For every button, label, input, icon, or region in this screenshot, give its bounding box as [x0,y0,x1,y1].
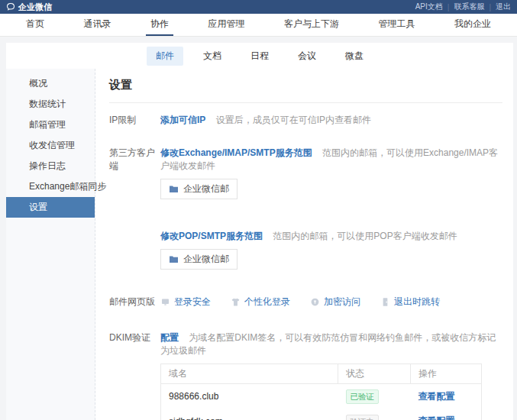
domain-cell: sjdhgfdk.com [161,409,338,420]
tab-meeting[interactable]: 会议 [289,47,325,66]
exchange-scope-row: 修改Exchange/IMAP/SMTP服务范围 范围内的邮箱，可以使用Exch… [160,147,502,173]
tab-docs[interactable]: 文档 [194,47,231,66]
sidebar-item-settings[interactable]: 设置 [6,197,95,218]
app-title: 企业微信 [18,2,52,13]
exchange-scope-tag[interactable]: 企业微信邮 [160,179,237,199]
separator: | [448,3,450,11]
chat-bubble-icon [6,2,15,11]
login-security-item[interactable]: 登录安全 [160,296,211,309]
nav-item-contacts[interactable]: 通讯录 [79,14,116,36]
topbar: 企业微信 API文档 | 联系客服 | 退出 [0,0,517,14]
collab-subtabs: 邮件 文档 日程 会议 微盘 [6,43,513,69]
folder-icon [169,255,179,263]
table-row: sjdhgfdk.com 验证中 查看配置 [161,409,482,420]
personalized-login-label: 个性化登录 [244,296,290,309]
section-dkim: DKIM验证 配置 为域名配置DKIM签名，可以有效防范仿冒和网络钓鱼邮件，或被… [109,331,502,420]
third-party-label: 第三方客户端 [109,147,160,270]
section-webmail: 邮件网页版 登录安全 个性化登录 加密访问 [109,296,502,309]
topbar-links: API文档 | 联系客服 | 退出 [415,2,511,12]
mail-sidebar: 概况 数据统计 邮箱管理 收发信管理 操作日志 Exchange邮箱同步 设置 [6,69,95,420]
encrypted-access-item[interactable]: 加密访问 [310,296,360,309]
personalized-login-item[interactable]: 个性化登录 [231,296,290,309]
modify-exchange-scope-link[interactable]: 修改Exchange/IMAP/SMTP服务范围 [160,147,312,158]
lock-icon [310,297,320,307]
nav-item-home[interactable]: 首页 [21,14,49,36]
shield-icon [160,297,170,307]
nav-item-customers[interactable]: 客户与上下游 [280,14,344,36]
pop-scope-hint: 范围内的邮箱，可以使用POP客户端收发邮件 [273,231,457,241]
encrypted-access-label: 加密访问 [324,296,360,309]
app-logo[interactable]: 企业微信 [6,2,52,13]
domain-cell: 988666.club [161,384,338,409]
login-security-label: 登录安全 [174,296,211,309]
shirt-icon [231,297,241,307]
sidebar-item-sendrecv-mgmt[interactable]: 收发信管理 [6,135,95,156]
nav-item-apps[interactable]: 应用管理 [204,14,250,36]
settings-panel: 设置 IP限制 添加可信IP 设置后，成员仅可在可信IP内查看邮件 第三方客户端… [95,69,513,420]
nav-item-my-company[interactable]: 我的企业 [450,14,496,36]
dkim-label: DKIM验证 [109,331,160,420]
page-title: 设置 [109,78,502,103]
content-card: 邮件 文档 日程 会议 微盘 概况 数据统计 邮箱管理 收发信管理 操作日志 E… [6,43,513,420]
dkim-table: 域名 状态 操作 988666.club 已验证 查看配置 [160,363,482,420]
nav-item-admin-tools[interactable]: 管理工具 [374,14,420,36]
table-row: 988666.club 已验证 查看配置 [161,384,482,409]
ip-limit-label: IP限制 [109,114,160,127]
folder-icon [169,185,179,193]
col-header-action: 操作 [411,364,482,384]
exit-door-icon [380,297,390,307]
contact-support-link[interactable]: 联系客服 [454,2,484,12]
status-badge-verified: 已验证 [346,389,380,404]
tab-mail[interactable]: 邮件 [147,47,183,66]
main-nav: 首页 通讯录 协作 应用管理 客户与上下游 管理工具 我的企业 [0,14,517,37]
section-third-party: 第三方客户端 修改Exchange/IMAP/SMTP服务范围 范围内的邮箱，可… [109,147,502,270]
dkim-hint: 为域名配置DKIM签名，可以有效防范仿冒和网络钓鱼邮件，或被收信方标记为垃圾邮件 [160,332,496,356]
logout-link[interactable]: 退出 [496,2,511,12]
tab-calendar[interactable]: 日程 [241,47,278,66]
api-docs-link[interactable]: API文档 [415,2,443,12]
dkim-table-header: 域名 状态 操作 [161,364,482,384]
section-ip-limit: IP限制 添加可信IP 设置后，成员仅可在可信IP内查看邮件 [109,114,502,127]
sidebar-item-mailbox-mgmt[interactable]: 邮箱管理 [6,115,95,135]
exchange-scope-tag-label: 企业微信邮 [183,183,229,195]
card-body: 概况 数据统计 邮箱管理 收发信管理 操作日志 Exchange邮箱同步 设置 … [6,69,513,420]
sidebar-item-operation-log[interactable]: 操作日志 [6,156,95,176]
col-header-domain: 域名 [161,364,338,384]
status-badge-pending: 验证中 [346,415,380,420]
add-trusted-ip-link[interactable]: 添加可信IP [160,115,205,125]
pop-scope-tag[interactable]: 企业微信邮 [160,249,237,270]
sidebar-item-statistics[interactable]: 数据统计 [6,94,95,115]
dkim-config-row: 配置 为域名配置DKIM签名，可以有效防范仿冒和网络钓鱼邮件，或被收信方标记为垃… [160,331,502,357]
logout-redirect-item[interactable]: 退出时跳转 [380,296,440,309]
tab-drive[interactable]: 微盘 [336,47,373,66]
pop-scope-tag-label: 企业微信邮 [183,253,229,266]
nav-item-collaboration[interactable]: 协作 [146,14,173,36]
logout-redirect-label: 退出时跳转 [394,296,440,309]
sidebar-item-overview[interactable]: 概况 [6,73,95,94]
view-config-link[interactable]: 查看配置 [418,415,455,420]
ip-limit-hint: 设置后，成员仅可在可信IP内查看邮件 [216,115,371,125]
pop-scope-row: 修改POP/SMTP服务范围 范围内的邮箱，可以使用POP客户端收发邮件 [160,230,502,243]
dkim-config-link[interactable]: 配置 [160,332,179,343]
modify-pop-scope-link[interactable]: 修改POP/SMTP服务范围 [160,231,263,241]
sidebar-item-exchange-sync[interactable]: Exchange邮箱同步 [6,176,95,197]
view-config-link[interactable]: 查看配置 [418,391,455,402]
separator: | [489,3,491,11]
col-header-status: 状态 [338,364,411,384]
webmail-label: 邮件网页版 [109,296,160,309]
